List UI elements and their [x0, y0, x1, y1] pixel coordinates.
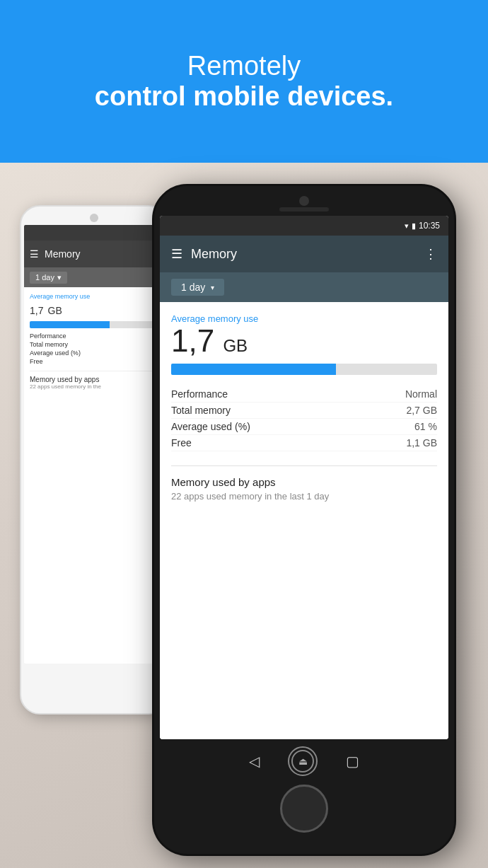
stat-row-free: Free 1,1 GB — [171, 435, 437, 451]
memory-progress-fill — [171, 364, 336, 375]
white-avg-value: 1,7 GB — [30, 300, 158, 318]
phone-white: ☰ Memory 1 day ▾ Average memory use 1,7 … — [20, 205, 168, 714]
dropdown-label: 1 day — [181, 282, 205, 293]
stat-label-total: Total memory — [171, 405, 231, 416]
white-stat-performance: Performance — [30, 332, 158, 340]
white-content: Average memory use 1,7 GB Performance To… — [24, 287, 164, 395]
toolbar-title: Memory — [191, 247, 416, 262]
stat-label-performance: Performance — [171, 388, 228, 400]
stat-row-total: Total memory 2,7 GB — [171, 403, 437, 419]
stat-value-total: 2,7 GB — [406, 405, 437, 416]
status-time: 10:35 — [419, 221, 440, 231]
stat-label-avg-used: Average used (%) — [171, 421, 250, 432]
black-screen: ▾ ▮ 10:35 ☰ Memory ⋮ 1 day ▾ Average mem… — [160, 216, 448, 739]
white-dropdown-btn[interactable]: 1 day ▾ — [30, 272, 67, 284]
app-toolbar: ☰ Memory ⋮ — [160, 236, 448, 272]
dropdown-arrow-icon: ▾ — [211, 284, 214, 291]
physical-home-button[interactable] — [280, 785, 328, 833]
back-nav-icon[interactable]: ◁ — [249, 753, 260, 770]
eject-icon: ⏏ — [298, 756, 308, 767]
white-apps-sub: 22 apps used memory in the — [30, 383, 158, 390]
statusbar: ▾ ▮ 10:35 — [160, 216, 448, 236]
white-progress-fill — [30, 321, 110, 328]
home-nav-inner: ⏏ — [291, 750, 314, 772]
stat-label-free: Free — [171, 437, 192, 449]
white-apps-title: Memory used by apps — [30, 376, 158, 383]
white-avg-label: Average memory use — [30, 293, 158, 300]
white-stat-free: Free — [30, 358, 158, 365]
phone-top — [154, 186, 454, 212]
hamburger-icon[interactable]: ☰ — [171, 246, 182, 262]
wifi-icon: ▾ — [405, 221, 409, 231]
main-content: Average memory use 1,7 GB Performance No… — [160, 302, 448, 739]
white-screen: ☰ Memory 1 day ▾ Average memory use 1,7 … — [24, 225, 164, 664]
white-toolbar: ☰ Memory — [24, 241, 164, 267]
banner-line2: control mobile devices. — [95, 81, 393, 112]
apps-section-sub: 22 apps used memory in the last 1 day — [171, 491, 437, 502]
white-apps-section: Memory used by apps 22 apps used memory … — [30, 371, 158, 390]
banner-line1: Remotely — [187, 51, 301, 81]
nav-bar: ◁ ⏏ ▢ — [249, 746, 359, 776]
stat-value-performance: Normal — [405, 388, 437, 400]
apps-section-title: Memory used by apps — [171, 476, 437, 488]
stat-row-avg-used: Average used (%) 61 % — [171, 419, 437, 435]
avg-memory-label: Average memory use — [171, 313, 437, 324]
section-divider — [171, 465, 437, 466]
recents-nav-icon[interactable]: ▢ — [346, 753, 359, 770]
white-dropdown-row: 1 day ▾ — [24, 267, 164, 287]
white-camera — [90, 214, 98, 222]
stat-row-performance: Performance Normal — [171, 386, 437, 403]
white-statusbar — [24, 225, 164, 241]
white-stat-total: Total memory — [30, 341, 158, 348]
phone-black: ▾ ▮ 10:35 ☰ Memory ⋮ 1 day ▾ Average mem… — [152, 184, 456, 856]
white-stat-avg: Average used (%) — [30, 349, 158, 357]
white-progress-bar — [30, 321, 158, 328]
more-icon[interactable]: ⋮ — [424, 246, 437, 262]
time-dropdown[interactable]: 1 day ▾ — [171, 279, 224, 296]
battery-icon: ▮ — [412, 221, 416, 231]
speaker-bar — [279, 207, 329, 212]
stats-table: Performance Normal Total memory 2,7 GB A… — [171, 386, 437, 451]
dropdown-row: 1 day ▾ — [160, 272, 448, 302]
scene: ☰ Memory 1 day ▾ Average memory use 1,7 … — [0, 163, 488, 868]
stat-value-free: 1,1 GB — [406, 437, 437, 449]
banner: Remotely control mobile devices. — [0, 0, 488, 163]
memory-progress-bar — [171, 364, 437, 375]
home-nav-button[interactable]: ⏏ — [288, 746, 318, 776]
avg-memory-value: 1,7 GB — [171, 325, 437, 357]
phone-bottom: ◁ ⏏ ▢ — [154, 739, 454, 852]
white-toolbar-title: Memory — [45, 248, 81, 260]
white-hamburger-icon: ☰ — [30, 248, 39, 260]
black-camera-dot — [299, 196, 309, 206]
stat-value-avg-used: 61 % — [414, 421, 437, 432]
